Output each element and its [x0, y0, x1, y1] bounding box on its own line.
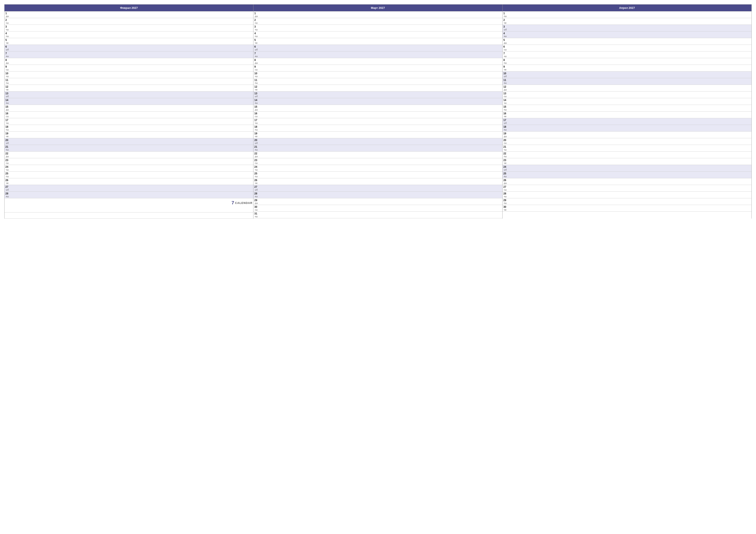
day-abbr: пш — [255, 82, 259, 84]
day-abbr: дш — [6, 155, 10, 158]
day-abbr: чш — [6, 28, 10, 31]
day-number: 22 — [503, 152, 508, 155]
day-number: 27 — [254, 185, 259, 189]
day-number: 1 — [254, 12, 259, 15]
day-row: 5чм — [5, 38, 253, 45]
day-row: 12чм — [5, 85, 253, 91]
day-number: 5 — [254, 38, 259, 41]
day-row: 27шб — [5, 185, 253, 191]
day-abbr: чм — [255, 88, 259, 91]
day-row: 20сш — [502, 138, 751, 145]
day-number: 31 — [254, 212, 259, 215]
month-header-february: Феврал 2027 — [5, 5, 253, 12]
day-row: 11пш — [254, 78, 502, 85]
day-abbr: чш — [6, 75, 10, 78]
day-row: 10чш — [5, 71, 253, 78]
day-row: 30чм — [502, 205, 751, 212]
day-number: 9 — [5, 65, 10, 68]
day-number: 19 — [5, 132, 10, 135]
day-row: 28яш — [254, 191, 502, 198]
month-col-april: Апрел 20271пш2чм3шб4яш5дш6сш7чш8пш9чм10ш… — [502, 5, 751, 218]
calendar-page: Феврал 20271дш2сш3чш4пш5чм6шб7яш8дш9сш10… — [0, 0, 756, 534]
day-row: 21яш — [254, 145, 502, 152]
day-abbr: сш — [255, 208, 259, 211]
day-abbr: шб — [6, 95, 10, 97]
day-row: 19чм — [254, 132, 502, 138]
day-abbr: чм — [255, 41, 259, 44]
day-row: 14яш — [254, 98, 502, 105]
day-row: 16чм — [502, 112, 751, 118]
day-number: 23 — [254, 159, 259, 162]
day-number: 2 — [254, 18, 259, 21]
day-abbr: дш — [504, 41, 508, 44]
day-abbr: чш — [255, 168, 259, 171]
day-row: 18пш — [5, 125, 253, 132]
day-abbr: сш — [6, 68, 10, 71]
day-abbr: сш — [504, 48, 508, 51]
day-abbr: дш — [6, 15, 10, 17]
day-number: 13 — [254, 92, 259, 95]
day-number: 27 — [5, 185, 10, 189]
day-abbr: пш — [504, 155, 508, 158]
day-number: 3 — [503, 25, 508, 28]
day-number: 16 — [254, 112, 259, 115]
day-number: 21 — [254, 145, 259, 148]
day-row: 21чш — [502, 145, 751, 152]
day-abbr: дш — [504, 135, 508, 138]
day-number: 1 — [503, 12, 508, 15]
day-abbr: яш — [6, 55, 10, 58]
day-row: 25пш — [254, 172, 502, 178]
day-abbr: яш — [6, 148, 10, 151]
month-header-april: Апрел 2027 — [502, 5, 751, 12]
day-abbr: пш — [6, 82, 10, 84]
day-abbr: дш — [504, 88, 508, 91]
day-number: 17 — [5, 119, 10, 122]
day-number: 4 — [254, 32, 259, 35]
calendar-grid: Феврал 20271дш2сш3чш4пш5чм6шб7яш8дш9сш10… — [4, 4, 752, 218]
day-number: 21 — [503, 145, 508, 148]
day-abbr: шб — [504, 122, 508, 124]
day-abbr: пш — [6, 35, 10, 38]
day-number: 25 — [503, 172, 508, 175]
day-abbr: шб — [504, 28, 508, 31]
day-number: 1 — [5, 12, 10, 15]
day-number: 14 — [503, 99, 508, 102]
day-abbr: шб — [255, 142, 259, 144]
day-number: 7 — [5, 52, 10, 55]
day-number: 13 — [503, 92, 508, 95]
day-number: 2 — [503, 18, 508, 21]
day-number: 28 — [254, 192, 259, 195]
month-col-february: Феврал 20271дш2сш3чш4пш5чм6шб7яш8дш9сш10… — [5, 5, 254, 218]
day-abbr: чм — [255, 182, 259, 184]
day-abbr: пш — [255, 35, 259, 38]
day-number: 25 — [5, 172, 10, 175]
day-abbr: чш — [504, 195, 508, 198]
day-abbr: пш — [255, 175, 259, 178]
day-number: 20 — [254, 139, 259, 142]
day-number: 26 — [254, 179, 259, 182]
day-abbr: чш — [504, 55, 508, 58]
day-abbr: чм — [504, 162, 508, 164]
day-number: 28 — [503, 192, 508, 195]
day-row: 6шб — [5, 45, 253, 51]
day-row: 8дш — [254, 58, 502, 65]
day-row: 2сш — [254, 18, 502, 25]
day-abbr: яш — [6, 195, 10, 198]
day-row: 22дш — [254, 152, 502, 158]
day-row: 16сш — [5, 112, 253, 118]
day-abbr: дш — [6, 62, 10, 64]
day-row: 7чш — [502, 51, 751, 58]
day-number: 24 — [5, 165, 10, 168]
day-row: 9чм — [502, 65, 751, 71]
day-row: 1дш — [254, 12, 502, 18]
day-abbr: дш — [255, 62, 259, 64]
day-abbr: чш — [504, 102, 508, 104]
month-header-march: Март 2027 — [254, 5, 502, 12]
day-number: 5 — [503, 38, 508, 41]
day-number: 12 — [503, 85, 508, 88]
day-row: 12дш — [502, 85, 751, 91]
logo-number: 7 — [231, 200, 234, 206]
day-number: 18 — [5, 125, 10, 128]
day-number: 12 — [254, 85, 259, 88]
day-number: 8 — [5, 59, 10, 62]
